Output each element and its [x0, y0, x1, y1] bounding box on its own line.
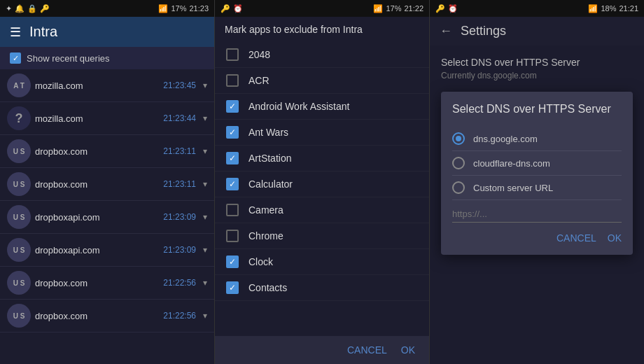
query-domain: mozilla.com	[35, 80, 159, 91]
query-time: 21:23:11	[163, 146, 196, 156]
app-checkbox[interactable]	[226, 204, 239, 216]
query-time: 21:23:09	[163, 245, 196, 255]
show-recent-label: Show recent queries	[27, 53, 110, 64]
app-name: ACR	[248, 75, 270, 86]
intra-header: ☰ Intra	[0, 17, 214, 47]
app-row-artstation[interactable]: ArtStation	[215, 146, 429, 172]
app-row-clock[interactable]: Clock	[215, 249, 429, 275]
status-right-3: 📶 18% 21:21	[588, 4, 638, 13]
query-row[interactable]: U S dropbox.com 21:23:11 ▾	[0, 168, 214, 201]
avatar: U S	[7, 271, 31, 295]
chevron-down-icon[interactable]: ▾	[203, 311, 207, 321]
dns-dialog: Select DNS over HTTPS Server dns.google.…	[441, 92, 633, 255]
app-row-camera[interactable]: Camera	[215, 197, 429, 223]
app-row-calculator[interactable]: Calculator	[215, 172, 429, 197]
avatar: U S	[7, 139, 31, 163]
app-row-android-work[interactable]: Android Work Assistant	[215, 94, 429, 120]
dns-cancel-button[interactable]: CANCEL	[556, 232, 596, 244]
avatar: U S	[7, 172, 31, 196]
chevron-down-icon[interactable]: ▾	[203, 212, 207, 222]
app-row-chrome[interactable]: Chrome	[215, 223, 429, 249]
app-checkbox-checked[interactable]	[226, 100, 239, 113]
dialog-title: Select DNS over HTTPS Server	[452, 103, 622, 115]
radio-row-cloudflare[interactable]: cloudflare-dns.com	[452, 151, 622, 176]
app-checkbox-checked[interactable]	[226, 126, 239, 139]
radio-label: cloudflare-dns.com	[473, 158, 550, 169]
query-time: 21:22:56	[163, 311, 196, 321]
back-arrow-icon[interactable]: ←	[440, 24, 452, 38]
radio-row-google[interactable]: dns.google.com	[452, 127, 622, 151]
radio-selected-icon[interactable]	[452, 132, 465, 145]
show-recent-checkbox[interactable]	[10, 52, 21, 64]
radio-row-custom[interactable]: Custom server URL	[452, 176, 622, 200]
query-time: 21:23:09	[163, 212, 196, 222]
mark-apps-title: Mark apps to exclude from Intra	[215, 17, 429, 42]
query-time: 21:22:56	[163, 278, 196, 288]
dns-ok-button[interactable]: OK	[608, 232, 622, 244]
status-left-2: 🔑 ⏰	[220, 4, 243, 13]
panel-mark-apps: 🔑 ⏰ 📶 17% 21:22 Mark apps to exclude fro…	[215, 0, 430, 364]
app-row-contacts[interactable]: Contacts	[215, 275, 429, 301]
app-row-acr[interactable]: ACR	[215, 68, 429, 94]
query-row[interactable]: U S dropbox.com 21:22:56 ▾	[0, 300, 214, 332]
query-row[interactable]: U S dropbox.com 21:22:56 ▾	[0, 267, 214, 300]
app-checkbox[interactable]	[226, 230, 239, 242]
chevron-down-icon[interactable]: ▾	[203, 80, 207, 90]
query-row[interactable]: U S dropbox.com 21:23:11 ▾	[0, 135, 214, 168]
hamburger-icon[interactable]: ☰	[10, 24, 21, 40]
query-row[interactable]: ? mozilla.com 21:23:44 ▾	[0, 102, 214, 135]
radio-empty-icon[interactable]	[452, 157, 465, 169]
query-domain: dropboxapi.com	[35, 245, 159, 255]
app-checkbox[interactable]	[226, 74, 239, 87]
radio-label: dns.google.com	[473, 134, 538, 144]
chevron-down-icon[interactable]: ▾	[203, 146, 207, 156]
app-list: 2048 ACR Android Work Assistant Ant Wars…	[215, 42, 429, 336]
app-row-2048[interactable]: 2048	[215, 42, 429, 68]
status-bar-3: 🔑 ⏰ 📶 18% 21:21	[430, 0, 644, 17]
settings-header: ← Settings	[430, 17, 644, 46]
battery-3: 18%	[601, 4, 616, 13]
chevron-down-icon[interactable]: ▾	[203, 179, 207, 189]
app-name: Calculator	[248, 178, 293, 190]
query-domain: dropbox.com	[35, 179, 159, 190]
lock-icon-2: 🔑	[220, 4, 230, 13]
app-name: Chrome	[248, 230, 284, 241]
chevron-down-icon[interactable]: ▾	[203, 113, 207, 123]
app-name: Camera	[248, 204, 284, 216]
lock-icon-3: 🔑	[435, 4, 445, 13]
app-checkbox[interactable]	[226, 48, 239, 61]
radio-empty-icon[interactable]	[452, 181, 465, 194]
ok-button[interactable]: OK	[401, 344, 415, 356]
radio-label: Custom server URL	[473, 183, 553, 193]
query-row[interactable]: U S dropboxapi.com 21:23:09 ▾	[0, 234, 214, 267]
avatar: U S	[7, 205, 31, 229]
app-checkbox-checked[interactable]	[226, 255, 239, 268]
wifi-icon-2: 📶	[373, 4, 383, 13]
status-right-icons: 📶 17% 21:23	[158, 4, 209, 13]
app-name: ArtStation	[248, 153, 291, 164]
query-time: 21:23:44	[163, 113, 196, 123]
app-checkbox-checked[interactable]	[226, 178, 239, 190]
show-recent-row[interactable]: Show recent queries	[0, 47, 214, 69]
chevron-down-icon[interactable]: ▾	[203, 278, 207, 288]
avatar: U S	[7, 304, 31, 328]
app-name: Android Work Assistant	[248, 101, 349, 112]
query-row[interactable]: U S dropboxapi.com 21:23:09 ▾	[0, 201, 214, 234]
wifi-icon: 📶	[158, 4, 168, 13]
notification-icon: 🔔	[15, 4, 24, 13]
chevron-down-icon[interactable]: ▾	[203, 245, 207, 255]
time-3: 21:21	[619, 4, 638, 13]
avatar: U S	[7, 238, 31, 262]
settings-title: Settings	[461, 24, 506, 38]
dns-current-value: Currently dns.google.com	[441, 71, 633, 80]
custom-url-input[interactable]	[452, 206, 622, 223]
time-2: 21:22	[404, 4, 424, 13]
cancel-button[interactable]: CANCEL	[347, 344, 387, 356]
app-checkbox-checked[interactable]	[226, 281, 239, 294]
app-checkbox-checked[interactable]	[226, 152, 239, 164]
query-row[interactable]: A T mozilla.com 21:23:45 ▾	[0, 69, 214, 102]
dialog-footer: CANCEL OK	[215, 336, 429, 364]
lock-icon: 🔒	[27, 4, 37, 13]
battery-text: 17%	[171, 4, 186, 13]
app-row-ant-wars[interactable]: Ant Wars	[215, 120, 429, 146]
